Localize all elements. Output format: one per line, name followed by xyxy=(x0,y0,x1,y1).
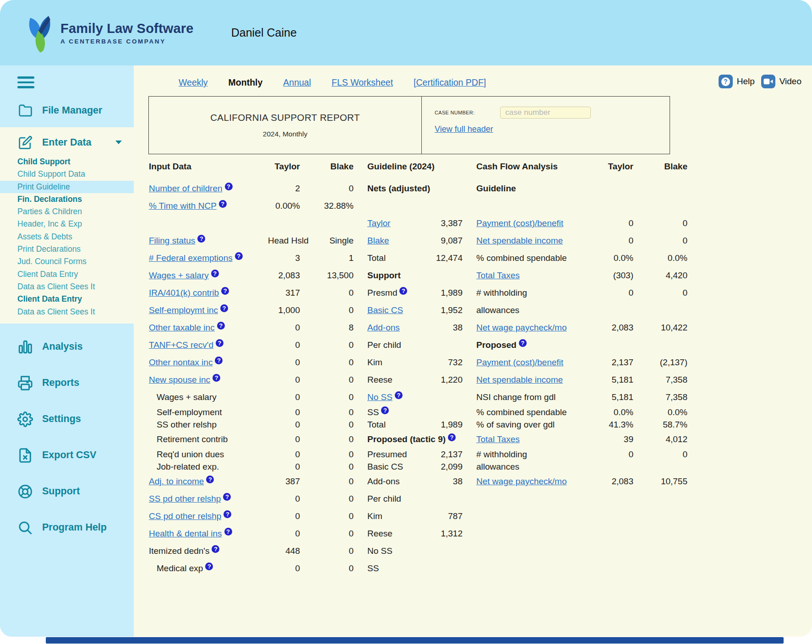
tab-monthly[interactable]: Monthly xyxy=(229,77,263,88)
value-cell: 0 xyxy=(300,340,354,350)
row-label[interactable]: % Time with NCP xyxy=(149,201,217,211)
sidebar-item-client-data-entry[interactable]: Client Data Entry xyxy=(0,268,134,281)
help-icon[interactable]: ? xyxy=(206,476,214,483)
sidebar-item-label: Reports xyxy=(42,377,79,389)
sidebar-item-child-support-data[interactable]: Child Support Data xyxy=(0,168,134,180)
help-button[interactable]: ? xyxy=(719,75,733,88)
row-label: SS xyxy=(367,563,379,573)
row-label[interactable]: Adj. to income xyxy=(149,476,204,486)
sidebar-item-print-declarations[interactable]: Print Declarations xyxy=(0,243,134,255)
video-button[interactable] xyxy=(761,75,775,88)
sidebar-item-parties-children[interactable]: Parties & Children xyxy=(0,206,134,218)
sidebar-item-assets-debts[interactable]: Assets & Debts xyxy=(0,231,134,243)
help-icon[interactable]: ? xyxy=(220,304,228,312)
sidebar-item-jud-council-forms[interactable]: Jud. Council Forms xyxy=(0,255,134,268)
help-icon[interactable]: ? xyxy=(219,200,227,208)
row-label[interactable]: Net wage paycheck/mo xyxy=(476,323,567,332)
help-icon[interactable]: ? xyxy=(205,563,213,570)
sidebar-item-print-guideline[interactable]: Print Guideline xyxy=(0,181,134,193)
row-label[interactable]: SS pd other relshp xyxy=(149,494,221,503)
row-label[interactable]: Total Taxes xyxy=(476,271,520,280)
row-label[interactable]: Add-ons xyxy=(367,323,400,332)
sidebar-item-label: File Manager xyxy=(42,105,102,116)
row-label[interactable]: Payment (cost)/benefit xyxy=(476,218,563,228)
tab-fls-worksheet[interactable]: FLS Worksheet xyxy=(332,77,393,88)
help-icon[interactable]: ? xyxy=(448,433,456,441)
row-label[interactable]: Health & dental ins xyxy=(149,529,222,538)
sidebar-item-data-as-client-sees-it[interactable]: Data as Client Sees It xyxy=(0,306,134,318)
value-cell: 0 xyxy=(300,494,354,504)
sidebar-item-data-as-client-sees-it[interactable]: Data as Client Sees It xyxy=(0,281,134,293)
help-icon[interactable]: ? xyxy=(217,322,225,330)
help-icon[interactable]: ? xyxy=(224,528,232,536)
help-icon[interactable]: ? xyxy=(395,391,403,399)
help-icon[interactable]: ? xyxy=(223,510,231,518)
tab-weekly[interactable]: Weekly xyxy=(179,77,208,88)
row-label[interactable]: Taylor xyxy=(367,218,391,228)
help-icon[interactable]: ? xyxy=(225,183,233,190)
row-label[interactable]: TANF+CS recv'd xyxy=(149,340,213,350)
help-icon[interactable]: ? xyxy=(215,357,223,364)
help-icon[interactable]: ? xyxy=(197,235,205,243)
table-row: Wages + salary?2,08313,500SupportTotal T… xyxy=(149,267,812,284)
row-label[interactable]: Self-employmt inc xyxy=(149,305,218,315)
sidebar-item-label: Support xyxy=(42,486,80,497)
menu-icon[interactable] xyxy=(17,76,34,88)
row-label[interactable]: Total Taxes xyxy=(476,434,520,444)
help-icon[interactable]: ? xyxy=(216,339,223,347)
row-label[interactable]: Payment (cost)/benefit xyxy=(476,357,563,367)
row-label[interactable]: # Federal exemptions xyxy=(149,253,233,263)
row-label[interactable]: Net spendable income xyxy=(476,236,563,245)
row-label[interactable]: CS pd other relshp xyxy=(149,511,221,521)
sidebar-item-analysis[interactable]: Analysis xyxy=(17,336,134,358)
sidebar-item-fin-declarations[interactable]: Fin. Declarations xyxy=(0,193,134,206)
help-icon[interactable]: ? xyxy=(211,270,219,277)
row-label[interactable]: No SS xyxy=(367,392,392,402)
value-cell: 1,220 xyxy=(421,375,463,385)
sidebar-item-file-manager[interactable]: File Manager xyxy=(17,103,134,119)
sidebar-item-export-csv[interactable]: Export CSV xyxy=(17,444,134,467)
row-label[interactable]: Other taxable inc xyxy=(149,323,215,332)
table-row: Medical exp?00SS xyxy=(149,560,812,577)
case-number-input[interactable] xyxy=(500,107,591,119)
help-icon[interactable]: ? xyxy=(235,252,243,260)
row-label[interactable]: Filing status xyxy=(149,236,195,245)
table-row: Other taxable inc?08Add-ons38Net wage pa… xyxy=(149,319,812,336)
value-cell: 0 xyxy=(268,462,300,472)
row-label[interactable]: Net wage paycheck/mo xyxy=(476,476,567,486)
view-full-header-link[interactable]: View full header xyxy=(435,124,493,134)
help-icon[interactable]: ? xyxy=(212,545,219,553)
table-row: Job-related exp.00Basic CS2,099allowance… xyxy=(149,460,812,473)
row-label[interactable]: Number of children xyxy=(149,184,223,193)
help-icon[interactable]: ? xyxy=(381,406,389,414)
sidebar-item-program-help[interactable]: Program Help xyxy=(17,516,134,539)
row-label[interactable]: IRA/401(k) contrib xyxy=(149,288,219,298)
sidebar-item-client-data-entry[interactable]: Client Data Entry xyxy=(0,293,134,305)
sidebar-item-enter-data[interactable]: Enter Data xyxy=(0,135,134,150)
table-row: New spouse inc?00Reese1,220Net spendable… xyxy=(149,371,812,389)
value-cell: 0 xyxy=(268,494,300,504)
row-label[interactable]: Net spendable income xyxy=(476,375,563,384)
value-cell: 0 xyxy=(268,323,300,333)
help-icon[interactable]: ? xyxy=(221,287,229,295)
help-icon[interactable]: ? xyxy=(399,287,407,295)
help-icon[interactable]: ? xyxy=(213,374,220,382)
row-label: # withholding xyxy=(476,449,527,459)
row-label[interactable]: Other nontax inc xyxy=(149,357,213,367)
sidebar-item-child-support[interactable]: Child Support xyxy=(0,156,134,168)
row-label: Per child xyxy=(367,494,401,503)
row-label[interactable]: New spouse inc xyxy=(149,375,210,384)
sidebar-item-support[interactable]: Support xyxy=(17,480,134,503)
help-icon[interactable]: ? xyxy=(519,339,527,347)
sidebar-item-settings[interactable]: Settings xyxy=(17,408,134,431)
sidebar-item-reports[interactable]: Reports xyxy=(17,372,134,395)
tab-certification-pdf[interactable]: [Certification PDF] xyxy=(414,77,486,88)
row-label[interactable]: Basic CS xyxy=(367,305,403,315)
help-icon[interactable]: ? xyxy=(223,493,231,501)
sidebar-enter-data-section: Enter Data Child SupportChild Support Da… xyxy=(0,127,134,324)
tab-annual[interactable]: Annual xyxy=(283,77,311,88)
row-label[interactable]: Blake xyxy=(367,236,389,245)
row-label[interactable]: Wages + salary xyxy=(149,271,209,280)
value-cell: 38 xyxy=(421,323,463,333)
sidebar-item-header-inc-exp[interactable]: Header, Inc & Exp xyxy=(0,218,134,230)
